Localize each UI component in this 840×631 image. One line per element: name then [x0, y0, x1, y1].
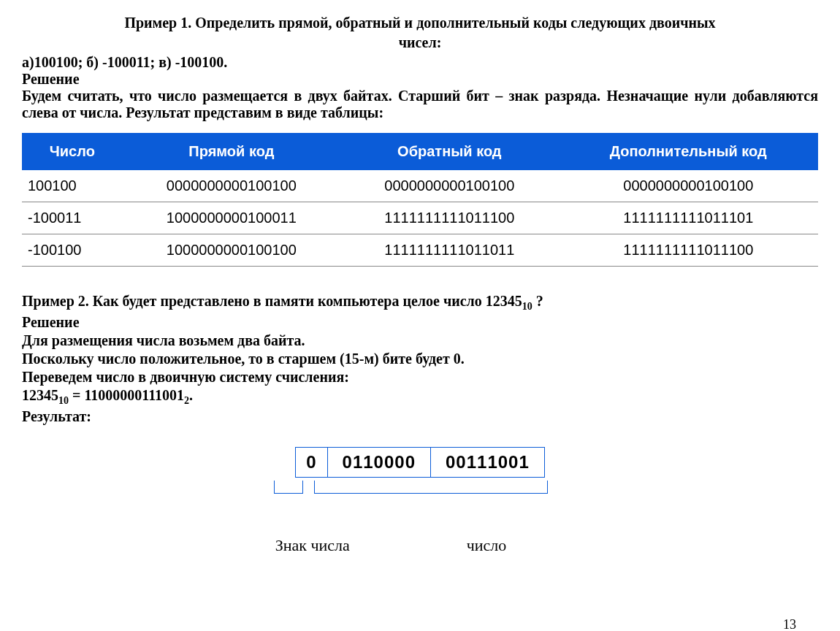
example2-result-label: Результат:	[22, 408, 818, 425]
cell-inverse: 1111111111011011	[340, 234, 559, 267]
example2-line-convert: Переведем число в двоичную систему счисл…	[22, 369, 818, 386]
col-direct: Прямой код	[123, 133, 341, 170]
example1-explanation: Будем считать, что число размещается в д…	[22, 88, 818, 121]
cell-num: -100100	[22, 234, 123, 267]
codes-table: Число Прямой код Обратный код Дополнител…	[22, 133, 818, 267]
eq-sub1: 10	[58, 395, 69, 406]
memory-low-bits: 00111001	[431, 447, 545, 478]
cell-num: 100100	[22, 170, 123, 202]
example2-title: Пример 2. Как будет представлено в памят…	[22, 293, 818, 313]
col-complement: Дополнительный код	[559, 133, 818, 170]
example2-solution-label: Решение	[22, 314, 818, 331]
table-header-row: Число Прямой код Обратный код Дополнител…	[22, 133, 818, 170]
memory-sign-bit: 0	[295, 447, 327, 478]
memory-labels: Знак числа число	[22, 536, 818, 555]
table-row: -100011 1000000000100011 111111111101110…	[22, 202, 818, 234]
example1-title-line1: Пример 1. Определить прямой, обратный и …	[22, 15, 818, 31]
col-inverse: Обратный код	[340, 133, 559, 170]
example2-title-suffix: ?	[532, 293, 543, 309]
col-number: Число	[22, 133, 123, 170]
eq-mid: = 11000000111001	[69, 387, 184, 403]
label-sign: Знак числа	[275, 536, 350, 555]
bracket-sign	[274, 481, 303, 494]
cell-complement: 1111111111011101	[559, 202, 818, 234]
bracket-area	[164, 481, 676, 516]
example2-title-prefix: Пример 2. Как будет представлено в памят…	[22, 293, 522, 309]
bracket-number	[314, 481, 548, 494]
cell-inverse: 1111111111011100	[340, 202, 559, 234]
example2-equation: 1234510 = 110000001110012.	[22, 387, 818, 407]
example2-line-bytes: Для размещения числа возьмем два байта.	[22, 332, 818, 349]
eq-suffix: .	[189, 387, 193, 403]
label-number: число	[467, 536, 507, 555]
table-row: 100100 0000000000100100 0000000000100100…	[22, 170, 818, 202]
memory-high-bits: 0110000	[328, 447, 431, 478]
example1-solution-label: Решение	[22, 71, 818, 88]
cell-direct: 0000000000100100	[123, 170, 341, 202]
cell-num: -100011	[22, 202, 123, 234]
example2-block: Пример 2. Как будет представлено в памят…	[22, 293, 818, 425]
cell-complement: 1111111111011100	[559, 234, 818, 267]
cell-complement: 0000000000100100	[559, 170, 818, 202]
example1-given: а)100100; б) -100011; в) -100100.	[22, 54, 818, 71]
eq-prefix: 12345	[22, 387, 58, 403]
cell-inverse: 0000000000100100	[340, 170, 559, 202]
memory-representation: 0 0110000 00111001	[22, 447, 818, 478]
cell-direct: 1000000000100100	[123, 234, 341, 267]
cell-direct: 1000000000100011	[123, 202, 341, 234]
example2-title-sub: 10	[522, 301, 532, 312]
page-number: 13	[783, 617, 796, 631]
example2-line-positive: Поскольку число положительное, то в стар…	[22, 351, 818, 367]
example1-title-line2: чисел:	[22, 34, 818, 51]
table-row: -100100 1000000000100100 111111111101101…	[22, 234, 818, 267]
